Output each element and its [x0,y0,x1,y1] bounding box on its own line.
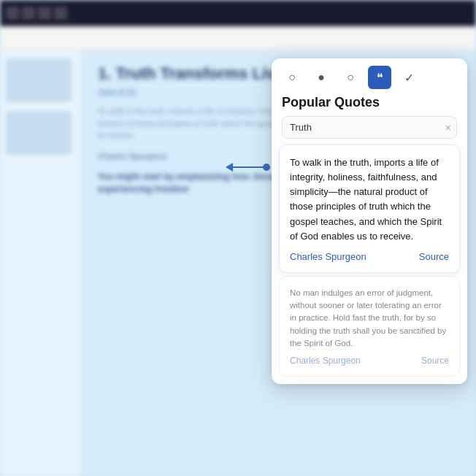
icon-btn-check[interactable]: ✓ [397,66,421,89]
icon-btn-circle1[interactable]: ○ [280,66,304,89]
popup-title-bar: Popular Quotes [272,89,467,110]
search-clear-button[interactable]: × [445,122,451,134]
icon-btn-quote[interactable]: ❝ [368,66,391,89]
icon-btn-circle3[interactable]: ○ [339,66,362,89]
popular-quotes-panel: ○ ● ○ ❝ ✓ Popular Quotes × To walk in th… [272,58,467,384]
popup-toolbar: ○ ● ○ ❝ ✓ [272,58,467,89]
popup-title: Popular Quotes [282,95,457,110]
quote-text-1: To walk in the truth, imports a life of … [290,156,449,244]
icon-btn-circle2[interactable]: ● [310,66,333,89]
quote-source-2[interactable]: Source [421,356,449,366]
quote-footer-2: Charles Spurgeon Source [290,356,449,366]
quote-source-1[interactable]: Source [419,251,449,262]
selection-arrow [226,166,266,168]
arrow-head-icon [226,163,233,172]
popup-search-container: × [282,116,457,139]
quote-author-2[interactable]: Charles Spurgeon [290,356,361,366]
quote-card-1: To walk in the truth, imports a life of … [279,145,460,273]
quote-footer-1: Charles Spurgeon Source [290,251,449,262]
quote-author-1[interactable]: Charles Spurgeon [290,251,366,262]
quote-text-2: No man indulges an error of judgment, wi… [290,287,449,350]
quote-card-2: No man indulges an error of judgment, wi… [279,276,460,377]
search-input[interactable] [282,116,457,139]
arrow-dot [263,164,270,171]
